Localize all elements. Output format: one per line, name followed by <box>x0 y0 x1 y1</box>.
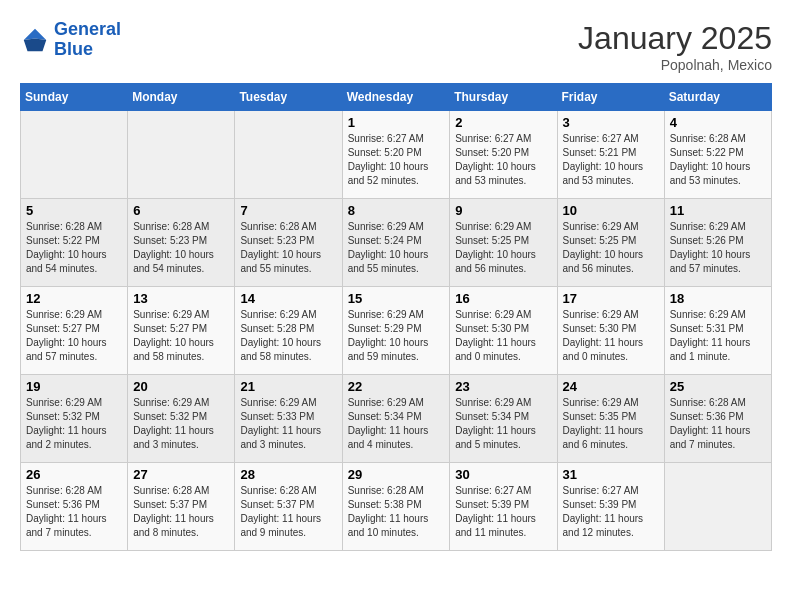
day-info: Sunrise: 6:29 AMSunset: 5:32 PMDaylight:… <box>133 396 229 452</box>
calendar-cell: 29Sunrise: 6:28 AMSunset: 5:38 PMDayligh… <box>342 463 450 551</box>
day-info: Sunrise: 6:28 AMSunset: 5:22 PMDaylight:… <box>26 220 122 276</box>
day-info: Sunrise: 6:28 AMSunset: 5:22 PMDaylight:… <box>670 132 766 188</box>
day-info: Sunrise: 6:29 AMSunset: 5:25 PMDaylight:… <box>455 220 551 276</box>
day-number: 11 <box>670 203 766 218</box>
day-number: 22 <box>348 379 445 394</box>
day-number: 13 <box>133 291 229 306</box>
calendar-cell: 9Sunrise: 6:29 AMSunset: 5:25 PMDaylight… <box>450 199 557 287</box>
day-info: Sunrise: 6:29 AMSunset: 5:32 PMDaylight:… <box>26 396 122 452</box>
weekday-header-saturday: Saturday <box>664 84 771 111</box>
day-number: 18 <box>670 291 766 306</box>
day-number: 28 <box>240 467 336 482</box>
svg-marker-0 <box>24 29 47 40</box>
weekday-header-row: SundayMondayTuesdayWednesdayThursdayFrid… <box>21 84 772 111</box>
calendar-cell: 20Sunrise: 6:29 AMSunset: 5:32 PMDayligh… <box>128 375 235 463</box>
day-info: Sunrise: 6:29 AMSunset: 5:33 PMDaylight:… <box>240 396 336 452</box>
week-row-5: 26Sunrise: 6:28 AMSunset: 5:36 PMDayligh… <box>21 463 772 551</box>
logo: General Blue <box>20 20 121 60</box>
day-number: 12 <box>26 291 122 306</box>
day-number: 6 <box>133 203 229 218</box>
week-row-3: 12Sunrise: 6:29 AMSunset: 5:27 PMDayligh… <box>21 287 772 375</box>
title-block: January 2025 Popolnah, Mexico <box>578 20 772 73</box>
day-info: Sunrise: 6:27 AMSunset: 5:39 PMDaylight:… <box>455 484 551 540</box>
week-row-2: 5Sunrise: 6:28 AMSunset: 5:22 PMDaylight… <box>21 199 772 287</box>
calendar-cell <box>235 111 342 199</box>
day-info: Sunrise: 6:29 AMSunset: 5:28 PMDaylight:… <box>240 308 336 364</box>
calendar-cell: 12Sunrise: 6:29 AMSunset: 5:27 PMDayligh… <box>21 287 128 375</box>
calendar-cell: 5Sunrise: 6:28 AMSunset: 5:22 PMDaylight… <box>21 199 128 287</box>
day-number: 25 <box>670 379 766 394</box>
day-info: Sunrise: 6:29 AMSunset: 5:27 PMDaylight:… <box>133 308 229 364</box>
month-title: January 2025 <box>578 20 772 57</box>
calendar-cell: 11Sunrise: 6:29 AMSunset: 5:26 PMDayligh… <box>664 199 771 287</box>
logo-icon <box>20 25 50 55</box>
calendar-cell: 22Sunrise: 6:29 AMSunset: 5:34 PMDayligh… <box>342 375 450 463</box>
day-number: 7 <box>240 203 336 218</box>
day-info: Sunrise: 6:28 AMSunset: 5:37 PMDaylight:… <box>240 484 336 540</box>
day-info: Sunrise: 6:29 AMSunset: 5:31 PMDaylight:… <box>670 308 766 364</box>
day-info: Sunrise: 6:28 AMSunset: 5:36 PMDaylight:… <box>670 396 766 452</box>
calendar-cell <box>128 111 235 199</box>
day-number: 8 <box>348 203 445 218</box>
weekday-header-tuesday: Tuesday <box>235 84 342 111</box>
week-row-1: 1Sunrise: 6:27 AMSunset: 5:20 PMDaylight… <box>21 111 772 199</box>
day-info: Sunrise: 6:29 AMSunset: 5:34 PMDaylight:… <box>348 396 445 452</box>
day-info: Sunrise: 6:29 AMSunset: 5:35 PMDaylight:… <box>563 396 659 452</box>
day-info: Sunrise: 6:27 AMSunset: 5:20 PMDaylight:… <box>455 132 551 188</box>
day-info: Sunrise: 6:29 AMSunset: 5:24 PMDaylight:… <box>348 220 445 276</box>
calendar-cell: 21Sunrise: 6:29 AMSunset: 5:33 PMDayligh… <box>235 375 342 463</box>
calendar-cell: 2Sunrise: 6:27 AMSunset: 5:20 PMDaylight… <box>450 111 557 199</box>
calendar-cell: 13Sunrise: 6:29 AMSunset: 5:27 PMDayligh… <box>128 287 235 375</box>
calendar-cell: 1Sunrise: 6:27 AMSunset: 5:20 PMDaylight… <box>342 111 450 199</box>
calendar-cell: 25Sunrise: 6:28 AMSunset: 5:36 PMDayligh… <box>664 375 771 463</box>
weekday-header-thursday: Thursday <box>450 84 557 111</box>
day-number: 31 <box>563 467 659 482</box>
day-info: Sunrise: 6:29 AMSunset: 5:29 PMDaylight:… <box>348 308 445 364</box>
day-info: Sunrise: 6:29 AMSunset: 5:27 PMDaylight:… <box>26 308 122 364</box>
day-number: 1 <box>348 115 445 130</box>
calendar-cell: 30Sunrise: 6:27 AMSunset: 5:39 PMDayligh… <box>450 463 557 551</box>
day-number: 5 <box>26 203 122 218</box>
calendar-cell: 10Sunrise: 6:29 AMSunset: 5:25 PMDayligh… <box>557 199 664 287</box>
day-info: Sunrise: 6:27 AMSunset: 5:21 PMDaylight:… <box>563 132 659 188</box>
day-number: 17 <box>563 291 659 306</box>
weekday-header-monday: Monday <box>128 84 235 111</box>
calendar-cell: 6Sunrise: 6:28 AMSunset: 5:23 PMDaylight… <box>128 199 235 287</box>
day-info: Sunrise: 6:29 AMSunset: 5:26 PMDaylight:… <box>670 220 766 276</box>
calendar-cell: 16Sunrise: 6:29 AMSunset: 5:30 PMDayligh… <box>450 287 557 375</box>
calendar-cell: 18Sunrise: 6:29 AMSunset: 5:31 PMDayligh… <box>664 287 771 375</box>
day-info: Sunrise: 6:29 AMSunset: 5:34 PMDaylight:… <box>455 396 551 452</box>
day-info: Sunrise: 6:27 AMSunset: 5:39 PMDaylight:… <box>563 484 659 540</box>
weekday-header-friday: Friday <box>557 84 664 111</box>
day-info: Sunrise: 6:27 AMSunset: 5:20 PMDaylight:… <box>348 132 445 188</box>
day-number: 2 <box>455 115 551 130</box>
day-number: 10 <box>563 203 659 218</box>
day-number: 23 <box>455 379 551 394</box>
day-number: 4 <box>670 115 766 130</box>
calendar-cell <box>21 111 128 199</box>
day-info: Sunrise: 6:28 AMSunset: 5:37 PMDaylight:… <box>133 484 229 540</box>
calendar-cell: 15Sunrise: 6:29 AMSunset: 5:29 PMDayligh… <box>342 287 450 375</box>
day-number: 14 <box>240 291 336 306</box>
logo-text: General Blue <box>54 20 121 60</box>
calendar-cell: 31Sunrise: 6:27 AMSunset: 5:39 PMDayligh… <box>557 463 664 551</box>
day-number: 27 <box>133 467 229 482</box>
calendar-cell: 19Sunrise: 6:29 AMSunset: 5:32 PMDayligh… <box>21 375 128 463</box>
page-header: General Blue January 2025 Popolnah, Mexi… <box>20 20 772 73</box>
day-number: 20 <box>133 379 229 394</box>
calendar-table: SundayMondayTuesdayWednesdayThursdayFrid… <box>20 83 772 551</box>
day-number: 19 <box>26 379 122 394</box>
day-number: 24 <box>563 379 659 394</box>
calendar-cell: 4Sunrise: 6:28 AMSunset: 5:22 PMDaylight… <box>664 111 771 199</box>
week-row-4: 19Sunrise: 6:29 AMSunset: 5:32 PMDayligh… <box>21 375 772 463</box>
day-number: 15 <box>348 291 445 306</box>
day-info: Sunrise: 6:28 AMSunset: 5:38 PMDaylight:… <box>348 484 445 540</box>
day-info: Sunrise: 6:29 AMSunset: 5:30 PMDaylight:… <box>563 308 659 364</box>
calendar-cell: 26Sunrise: 6:28 AMSunset: 5:36 PMDayligh… <box>21 463 128 551</box>
location: Popolnah, Mexico <box>578 57 772 73</box>
calendar-cell: 8Sunrise: 6:29 AMSunset: 5:24 PMDaylight… <box>342 199 450 287</box>
calendar-cell: 17Sunrise: 6:29 AMSunset: 5:30 PMDayligh… <box>557 287 664 375</box>
calendar-cell: 14Sunrise: 6:29 AMSunset: 5:28 PMDayligh… <box>235 287 342 375</box>
calendar-cell: 7Sunrise: 6:28 AMSunset: 5:23 PMDaylight… <box>235 199 342 287</box>
weekday-header-wednesday: Wednesday <box>342 84 450 111</box>
